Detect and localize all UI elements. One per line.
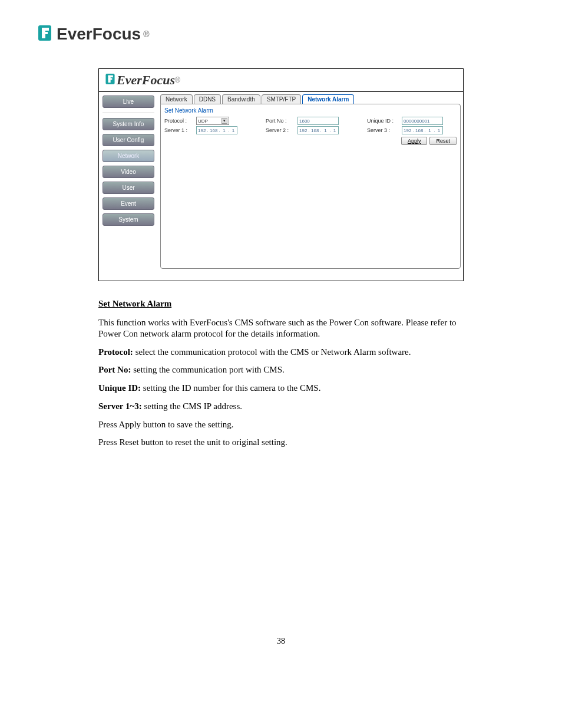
server-desc: Server 1~3: setting the CMS IP address. (98, 401, 464, 412)
chevron-down-icon: ▾ (222, 118, 227, 124)
server3-input[interactable] (402, 126, 443, 134)
logo-text: EverFocus (57, 25, 141, 44)
uniqueid-input[interactable] (402, 117, 443, 125)
settings-panel: Set Network Alarm Protocol : UDP ▾ Port … (160, 104, 461, 269)
tab-network[interactable]: Network (160, 94, 193, 104)
intro-paragraph: This function works with EverFocus's CMS… (98, 317, 464, 340)
portno-label: Port No : (266, 118, 295, 124)
sidebar-item-network[interactable]: Network (103, 150, 154, 162)
logo-icon (35, 24, 54, 45)
svg-rect-6 (108, 75, 113, 77)
svg-rect-7 (108, 78, 113, 80)
protocol-value: UDP (198, 118, 208, 124)
page-number: 38 (35, 637, 527, 646)
apply-button[interactable]: Apply (401, 137, 428, 145)
uniqueid-label: Unique ID : (367, 118, 399, 124)
tab-ddns[interactable]: DDNS (194, 94, 221, 104)
sidebar-item-user[interactable]: User (103, 182, 154, 194)
sidebar-item-live[interactable]: Live (103, 95, 154, 108)
sidebar-item-event[interactable]: Event (103, 197, 154, 210)
server3-label: Server 3 : (367, 127, 399, 133)
protocol-desc: Protocol: select the communication proto… (98, 347, 464, 358)
svg-rect-3 (42, 32, 48, 34)
sidebar-item-video[interactable]: Video (103, 166, 154, 178)
section-heading: Set Network Alarm (98, 299, 464, 309)
portno-desc: Port No: setting the communication port … (98, 364, 464, 375)
portno-input[interactable] (297, 117, 339, 125)
server1-label: Server 1 : (164, 127, 194, 133)
tab-network-alarm[interactable]: Network Alarm (302, 94, 354, 104)
app-screenshot: EverFocus ® Live System Info User Config… (98, 68, 464, 281)
svg-rect-2 (42, 28, 49, 31)
fieldset-title: Set Network Alarm (164, 107, 457, 114)
sidebar: Live System Info User Config Network Vid… (99, 92, 158, 281)
protocol-label: Protocol : (164, 118, 194, 124)
tab-smtp-ftp[interactable]: SMTP/FTP (262, 94, 301, 104)
reset-button[interactable]: Reset (429, 137, 457, 145)
sidebar-item-system-info[interactable]: System Info (103, 118, 154, 130)
uniqueid-desc: Unique ID: setting the ID number for thi… (98, 383, 464, 394)
tab-bar: Network DDNS Bandwidth SMTP/FTP Network … (160, 94, 461, 104)
sidebar-item-user-config[interactable]: User Config (103, 134, 154, 146)
server2-input[interactable] (297, 126, 339, 134)
app-logo-icon (104, 73, 117, 88)
page-header-logo: EverFocus ® (35, 24, 527, 45)
server1-input[interactable] (196, 126, 237, 134)
reset-desc: Press Reset button to reset the unit to … (98, 437, 464, 448)
tab-bandwidth[interactable]: Bandwidth (222, 94, 260, 104)
sidebar-separator (103, 113, 154, 113)
registered-mark: ® (143, 29, 149, 39)
app-logo-text: EverFocus (117, 73, 175, 88)
document-content: Set Network Alarm This function works wi… (98, 299, 464, 448)
sidebar-item-system[interactable]: System (103, 213, 154, 226)
server2-label: Server 2 : (266, 127, 295, 133)
apply-desc: Press Apply button to save the setting. (98, 419, 464, 430)
app-registered-mark: ® (175, 76, 180, 84)
protocol-select[interactable]: UDP ▾ (196, 117, 229, 125)
app-titlebar: EverFocus ® (99, 69, 463, 92)
